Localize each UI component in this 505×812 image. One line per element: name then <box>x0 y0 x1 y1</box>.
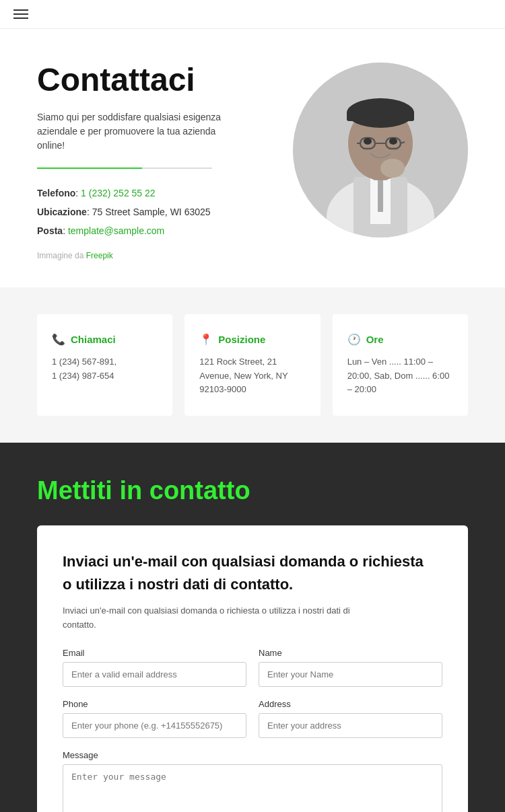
form-heading-line1: Inviaci un'e-mail con qualsiasi domanda … <box>63 552 442 572</box>
freepik-link[interactable]: Freepik <box>86 251 113 260</box>
ubicazione-line: Ubicazione: 75 Street Sample, WI 63025 <box>37 202 273 221</box>
contact-info: Telefono: 1 (232) 252 55 22 Ubicazione: … <box>37 184 273 240</box>
contact-form-card: Inviaci un'e-mail con qualsiasi domanda … <box>37 525 468 812</box>
form-description: Inviaci un'e-mail con qualsiasi domanda … <box>63 604 359 632</box>
svg-point-15 <box>364 138 372 145</box>
card-ore-text: Lun – Ven ..... 11:00 – 20:00, Sab, Dom … <box>347 355 453 397</box>
hero-divider <box>37 168 212 169</box>
card-chiamaci: 📞 Chiamaci 1 (234) 567-891,1 (234) 987-6… <box>37 314 172 416</box>
hero-left: Contattaci Siamo qui per soddisfare qual… <box>37 63 293 260</box>
form-row-phone-address: Phone Address <box>63 699 442 738</box>
contact-section-title: Mettiti in contatto <box>37 476 468 505</box>
svg-rect-9 <box>347 111 414 121</box>
contact-form: Email Name Phone Address <box>63 648 442 812</box>
card-chiamaci-label: Chiamaci <box>71 334 116 345</box>
message-label: Message <box>63 750 442 760</box>
clock-icon: 🕐 <box>347 333 361 346</box>
hero-title: Contattaci <box>37 63 273 98</box>
card-posizione-text: 121 Rock Street, 21 Avenue, New York, NY… <box>199 355 305 397</box>
image-credit-prefix: Immagine da <box>37 251 83 260</box>
card-ore-header: 🕐 Ore <box>347 333 453 346</box>
card-posizione: 📍 Posizione 121 Rock Street, 21 Avenue, … <box>184 314 320 416</box>
hamburger-menu[interactable] <box>13 9 28 19</box>
posta-label: Posta <box>37 225 63 236</box>
name-input[interactable] <box>259 662 442 687</box>
telefono-label: Telefono <box>37 188 75 198</box>
cards-section: 📞 Chiamaci 1 (234) 567-891,1 (234) 987-6… <box>0 287 505 443</box>
card-ore: 🕐 Ore Lun – Ven ..... 11:00 – 20:00, Sab… <box>333 314 468 416</box>
form-group-phone: Phone <box>63 699 246 738</box>
image-credit: Immagine da Freepik <box>37 251 273 260</box>
hero-person-svg <box>293 63 468 237</box>
svg-point-17 <box>380 159 405 178</box>
card-ore-label: Ore <box>366 334 384 345</box>
hamburger-line-1 <box>13 9 28 11</box>
ubicazione-value: 75 Street Sample, WI 63025 <box>92 207 211 217</box>
telefono-link[interactable]: 1 (232) 252 55 22 <box>81 188 156 198</box>
message-textarea[interactable] <box>63 764 442 812</box>
phone-input[interactable] <box>63 713 246 738</box>
svg-rect-5 <box>378 178 383 212</box>
form-group-message: Message <box>63 750 442 812</box>
hero-image-circle <box>293 63 468 237</box>
card-posizione-label: Posizione <box>218 334 265 345</box>
contact-section: Mettiti in contatto Inviaci un'e-mail co… <box>0 443 505 812</box>
form-row-email-name: Email Name <box>63 648 442 687</box>
card-chiamaci-text: 1 (234) 567-891,1 (234) 987-654 <box>52 355 158 383</box>
hero-section: Contattaci Siamo qui per soddisfare qual… <box>0 29 505 287</box>
form-group-email: Email <box>63 648 246 687</box>
nav-bar <box>0 0 505 29</box>
form-heading-line2: o utilizza i nostri dati di contatto. <box>63 576 442 593</box>
hero-right <box>293 63 468 237</box>
form-group-name: Name <box>259 648 442 687</box>
telefono-line: Telefono: 1 (232) 252 55 22 <box>37 184 273 202</box>
ubicazione-label: Ubicazione <box>37 207 87 217</box>
hamburger-line-3 <box>13 17 28 19</box>
card-chiamaci-header: 📞 Chiamaci <box>52 333 158 346</box>
email-label: Email <box>63 648 246 658</box>
hero-subtitle: Siamo qui per soddisfare qualsiasi esige… <box>37 110 239 153</box>
address-label: Address <box>259 699 442 709</box>
email-input[interactable] <box>63 662 246 687</box>
posta-line: Posta: template@sample.com <box>37 221 273 240</box>
phone-label: Phone <box>63 699 246 709</box>
hamburger-line-2 <box>13 13 28 15</box>
svg-point-16 <box>389 138 397 145</box>
card-posizione-header: 📍 Posizione <box>199 333 305 346</box>
phone-icon: 📞 <box>52 333 65 346</box>
address-input[interactable] <box>259 713 442 738</box>
location-icon: 📍 <box>199 333 213 346</box>
name-label: Name <box>259 648 442 658</box>
form-group-address: Address <box>259 699 442 738</box>
posta-link[interactable]: template@sample.com <box>68 225 164 236</box>
